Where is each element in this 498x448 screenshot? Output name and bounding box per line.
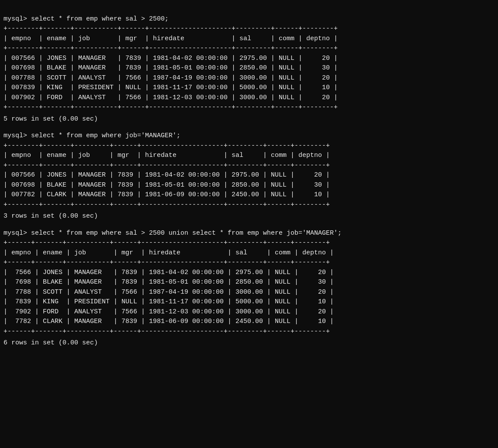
query-section-3: mysql> select * from emp where sal > 250… [3,229,495,348]
query-section-2: mysql> select * from emp where job='MANA… [3,131,495,222]
result-info-2: 3 rows in set (0.00 sec) [3,212,495,222]
row-2-1: | 007698 | BLAKE | MANAGER | 7839 | 1981… [3,181,495,191]
sep-bot-3: +------+-------+-----------+------+-----… [3,327,495,337]
query-section-1: mysql> select * from emp where sal > 250… [3,14,495,125]
sep-bot-2: +--------+-------+---------+------+-----… [3,200,495,210]
terminal-window: mysql> select * from emp where sal > 250… [3,4,495,348]
sep-top-1: +--------+-------+-----------+------+---… [3,24,495,34]
row-1-2: | 007788 | SCOTT | ANALYST | 7566 | 1987… [3,73,495,83]
prompt-2: mysql> select * from emp where job='MANA… [3,131,495,141]
row-3-2: | 7788 | SCOTT | ANALYST | 7566 | 1987-0… [3,288,495,298]
row-2-0: | 007566 | JONES | MANAGER | 7839 | 1981… [3,170,495,181]
row-3-4: | 7902 | FORD | ANALYST | 7566 | 1981-12… [3,307,495,317]
sep-top-3: +------+-------+-----------+------+-----… [3,238,495,248]
prompt-1: mysql> select * from emp where sal > 250… [3,14,495,24]
sep-mid-3: +------+-------+-----------+------+-----… [3,258,495,268]
row-1-0: | 007566 | JONES | MANAGER | 7839 | 1981… [3,54,495,64]
header-1: | empno | ename | job | mgr | hiredate |… [3,34,495,44]
sep-top-2: +--------+-------+---------+------+-----… [3,141,495,151]
row-2-2: | 007782 | CLARK | MANAGER | 7839 | 1981… [3,190,495,200]
result-info-1: 5 rows in set (0.00 sec) [3,115,495,125]
row-3-5: | 7782 | CLARK | MANAGER | 7839 | 1981-0… [3,317,495,327]
row-3-3: | 7839 | KING | PRESIDENT | NULL | 1981-… [3,297,495,307]
row-3-1: | 7698 | BLAKE | MANAGER | 7839 | 1981-0… [3,278,495,288]
sep-bot-1: +--------+-------+-----------+------+---… [3,103,495,113]
row-1-3: | 007839 | KING | PRESIDENT | NULL | 198… [3,83,495,93]
result-info-3: 6 rows in set (0.00 sec) [3,338,495,348]
sep-mid-2: +--------+-------+---------+------+-----… [3,161,495,171]
row-3-0: | 7566 | JONES | MANAGER | 7839 | 1981-0… [3,268,495,278]
sep-mid-1: +--------+-------+-----------+------+---… [3,44,495,54]
header-2: | empno | ename | job | mgr | hiredate |… [3,151,495,161]
header-3: | empno | ename | job | mgr | hiredate |… [3,248,495,258]
row-1-4: | 007902 | FORD | ANALYST | 7566 | 1981-… [3,93,495,103]
prompt-3: mysql> select * from emp where sal > 250… [3,229,495,239]
row-1-1: | 007698 | BLAKE | MANAGER | 7839 | 1981… [3,63,495,73]
